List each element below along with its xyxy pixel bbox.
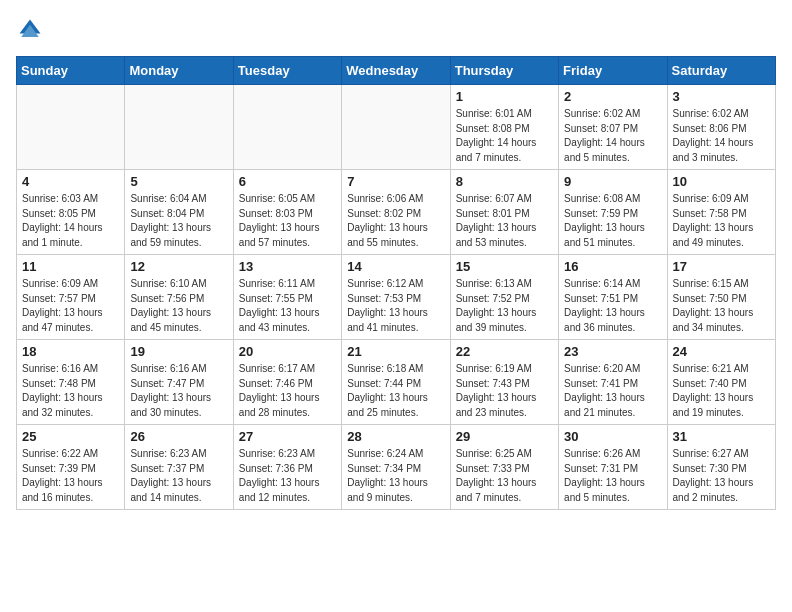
day-info: Sunrise: 6:23 AM Sunset: 7:36 PM Dayligh… [239, 447, 336, 505]
day-number: 1 [456, 89, 553, 104]
day-number: 31 [673, 429, 770, 444]
weekday-header-tuesday: Tuesday [233, 57, 341, 85]
calendar-cell: 11Sunrise: 6:09 AM Sunset: 7:57 PM Dayli… [17, 255, 125, 340]
calendar-cell: 8Sunrise: 6:07 AM Sunset: 8:01 PM Daylig… [450, 170, 558, 255]
day-info: Sunrise: 6:14 AM Sunset: 7:51 PM Dayligh… [564, 277, 661, 335]
calendar-cell: 2Sunrise: 6:02 AM Sunset: 8:07 PM Daylig… [559, 85, 667, 170]
day-info: Sunrise: 6:10 AM Sunset: 7:56 PM Dayligh… [130, 277, 227, 335]
day-info: Sunrise: 6:16 AM Sunset: 7:47 PM Dayligh… [130, 362, 227, 420]
day-info: Sunrise: 6:01 AM Sunset: 8:08 PM Dayligh… [456, 107, 553, 165]
day-number: 21 [347, 344, 444, 359]
day-number: 5 [130, 174, 227, 189]
calendar-cell: 25Sunrise: 6:22 AM Sunset: 7:39 PM Dayli… [17, 425, 125, 510]
day-number: 25 [22, 429, 119, 444]
day-number: 16 [564, 259, 661, 274]
day-number: 14 [347, 259, 444, 274]
calendar-cell: 13Sunrise: 6:11 AM Sunset: 7:55 PM Dayli… [233, 255, 341, 340]
weekday-header-saturday: Saturday [667, 57, 775, 85]
day-info: Sunrise: 6:02 AM Sunset: 8:06 PM Dayligh… [673, 107, 770, 165]
calendar-week-row: 11Sunrise: 6:09 AM Sunset: 7:57 PM Dayli… [17, 255, 776, 340]
day-number: 7 [347, 174, 444, 189]
calendar-cell: 27Sunrise: 6:23 AM Sunset: 7:36 PM Dayli… [233, 425, 341, 510]
day-number: 17 [673, 259, 770, 274]
day-number: 18 [22, 344, 119, 359]
day-info: Sunrise: 6:09 AM Sunset: 7:57 PM Dayligh… [22, 277, 119, 335]
calendar-cell: 29Sunrise: 6:25 AM Sunset: 7:33 PM Dayli… [450, 425, 558, 510]
day-info: Sunrise: 6:18 AM Sunset: 7:44 PM Dayligh… [347, 362, 444, 420]
calendar-cell: 6Sunrise: 6:05 AM Sunset: 8:03 PM Daylig… [233, 170, 341, 255]
day-info: Sunrise: 6:12 AM Sunset: 7:53 PM Dayligh… [347, 277, 444, 335]
day-number: 24 [673, 344, 770, 359]
day-number: 27 [239, 429, 336, 444]
page-header [16, 16, 776, 44]
calendar-cell: 23Sunrise: 6:20 AM Sunset: 7:41 PM Dayli… [559, 340, 667, 425]
calendar-week-row: 4Sunrise: 6:03 AM Sunset: 8:05 PM Daylig… [17, 170, 776, 255]
day-number: 6 [239, 174, 336, 189]
calendar-week-row: 25Sunrise: 6:22 AM Sunset: 7:39 PM Dayli… [17, 425, 776, 510]
calendar-cell [342, 85, 450, 170]
day-info: Sunrise: 6:25 AM Sunset: 7:33 PM Dayligh… [456, 447, 553, 505]
day-info: Sunrise: 6:21 AM Sunset: 7:40 PM Dayligh… [673, 362, 770, 420]
day-info: Sunrise: 6:03 AM Sunset: 8:05 PM Dayligh… [22, 192, 119, 250]
calendar-cell [125, 85, 233, 170]
calendar-cell: 31Sunrise: 6:27 AM Sunset: 7:30 PM Dayli… [667, 425, 775, 510]
day-number: 3 [673, 89, 770, 104]
day-number: 20 [239, 344, 336, 359]
logo-icon [16, 16, 44, 44]
calendar-cell: 4Sunrise: 6:03 AM Sunset: 8:05 PM Daylig… [17, 170, 125, 255]
day-info: Sunrise: 6:07 AM Sunset: 8:01 PM Dayligh… [456, 192, 553, 250]
calendar-cell: 19Sunrise: 6:16 AM Sunset: 7:47 PM Dayli… [125, 340, 233, 425]
day-number: 26 [130, 429, 227, 444]
calendar-cell: 12Sunrise: 6:10 AM Sunset: 7:56 PM Dayli… [125, 255, 233, 340]
calendar-cell: 14Sunrise: 6:12 AM Sunset: 7:53 PM Dayli… [342, 255, 450, 340]
day-info: Sunrise: 6:08 AM Sunset: 7:59 PM Dayligh… [564, 192, 661, 250]
day-info: Sunrise: 6:27 AM Sunset: 7:30 PM Dayligh… [673, 447, 770, 505]
day-info: Sunrise: 6:20 AM Sunset: 7:41 PM Dayligh… [564, 362, 661, 420]
day-info: Sunrise: 6:04 AM Sunset: 8:04 PM Dayligh… [130, 192, 227, 250]
day-info: Sunrise: 6:23 AM Sunset: 7:37 PM Dayligh… [130, 447, 227, 505]
day-info: Sunrise: 6:05 AM Sunset: 8:03 PM Dayligh… [239, 192, 336, 250]
calendar-cell: 7Sunrise: 6:06 AM Sunset: 8:02 PM Daylig… [342, 170, 450, 255]
day-info: Sunrise: 6:16 AM Sunset: 7:48 PM Dayligh… [22, 362, 119, 420]
day-info: Sunrise: 6:09 AM Sunset: 7:58 PM Dayligh… [673, 192, 770, 250]
day-info: Sunrise: 6:11 AM Sunset: 7:55 PM Dayligh… [239, 277, 336, 335]
calendar-cell: 24Sunrise: 6:21 AM Sunset: 7:40 PM Dayli… [667, 340, 775, 425]
day-info: Sunrise: 6:13 AM Sunset: 7:52 PM Dayligh… [456, 277, 553, 335]
calendar-cell: 3Sunrise: 6:02 AM Sunset: 8:06 PM Daylig… [667, 85, 775, 170]
day-number: 15 [456, 259, 553, 274]
calendar-cell: 17Sunrise: 6:15 AM Sunset: 7:50 PM Dayli… [667, 255, 775, 340]
calendar-cell: 5Sunrise: 6:04 AM Sunset: 8:04 PM Daylig… [125, 170, 233, 255]
day-number: 9 [564, 174, 661, 189]
day-number: 22 [456, 344, 553, 359]
calendar-cell: 18Sunrise: 6:16 AM Sunset: 7:48 PM Dayli… [17, 340, 125, 425]
day-number: 12 [130, 259, 227, 274]
logo [16, 16, 48, 44]
day-number: 28 [347, 429, 444, 444]
calendar-cell: 16Sunrise: 6:14 AM Sunset: 7:51 PM Dayli… [559, 255, 667, 340]
calendar-week-row: 1Sunrise: 6:01 AM Sunset: 8:08 PM Daylig… [17, 85, 776, 170]
day-info: Sunrise: 6:24 AM Sunset: 7:34 PM Dayligh… [347, 447, 444, 505]
weekday-header-wednesday: Wednesday [342, 57, 450, 85]
calendar-cell [233, 85, 341, 170]
day-number: 19 [130, 344, 227, 359]
weekday-header-sunday: Sunday [17, 57, 125, 85]
calendar-week-row: 18Sunrise: 6:16 AM Sunset: 7:48 PM Dayli… [17, 340, 776, 425]
day-number: 30 [564, 429, 661, 444]
day-info: Sunrise: 6:02 AM Sunset: 8:07 PM Dayligh… [564, 107, 661, 165]
calendar-cell: 28Sunrise: 6:24 AM Sunset: 7:34 PM Dayli… [342, 425, 450, 510]
weekday-header-monday: Monday [125, 57, 233, 85]
day-number: 8 [456, 174, 553, 189]
weekday-header-friday: Friday [559, 57, 667, 85]
day-number: 29 [456, 429, 553, 444]
day-info: Sunrise: 6:06 AM Sunset: 8:02 PM Dayligh… [347, 192, 444, 250]
day-info: Sunrise: 6:17 AM Sunset: 7:46 PM Dayligh… [239, 362, 336, 420]
weekday-header-row: SundayMondayTuesdayWednesdayThursdayFrid… [17, 57, 776, 85]
day-number: 11 [22, 259, 119, 274]
calendar-cell: 21Sunrise: 6:18 AM Sunset: 7:44 PM Dayli… [342, 340, 450, 425]
day-number: 2 [564, 89, 661, 104]
calendar-cell [17, 85, 125, 170]
calendar-cell: 1Sunrise: 6:01 AM Sunset: 8:08 PM Daylig… [450, 85, 558, 170]
day-number: 4 [22, 174, 119, 189]
calendar-table: SundayMondayTuesdayWednesdayThursdayFrid… [16, 56, 776, 510]
day-info: Sunrise: 6:22 AM Sunset: 7:39 PM Dayligh… [22, 447, 119, 505]
